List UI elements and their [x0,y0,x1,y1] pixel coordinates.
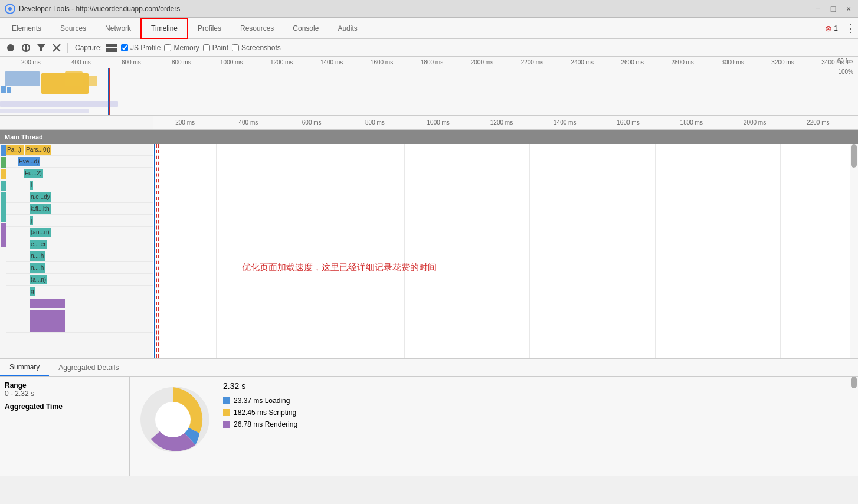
grid-line-4 [404,144,405,358]
track-row-8: (an...n) [6,227,153,238]
svg-rect-8 [106,44,117,47]
tab-bar: Elements Sources Network Timeline Profil… [0,18,858,39]
top-ruler-marks: 200 ms 400 ms 600 ms 800 ms 1000 ms 1200… [0,59,858,66]
toolbar-separator [67,43,68,53]
tab-network[interactable]: Network [96,18,140,39]
left-indicators [0,144,6,358]
error-badge: ⊗ 1 [825,24,838,33]
stop-button[interactable] [20,42,32,54]
track-row-3: Fu...2) [6,168,153,179]
capture-label: Capture: [75,44,102,52]
paint-label: Paint [212,44,228,52]
track-row-5: n.e...dy [6,191,153,203]
legend-label-scripting: 182.45 ms Scripting [234,408,296,417]
ruler-spacer [0,116,153,129]
window-title: Developer Tools - http://vueorder.duapp.… [19,5,180,13]
memory-checkbox[interactable] [164,44,171,51]
tab-aggregated-details[interactable]: Aggregated Details [49,359,128,376]
svg-point-2 [7,44,14,51]
track-row-10: n....h [6,250,153,262]
bottom-tabs: Summary Aggregated Details [0,359,858,377]
paint-checkbox[interactable] [203,44,210,51]
total-time: 2.32 s [223,381,297,391]
overview-bar-loading [5,71,40,86]
tab-console[interactable]: Console [283,18,328,39]
tab-audits[interactable]: Audits [328,18,366,39]
track-row-4: l [6,179,153,191]
tab-profiles[interactable]: Profiles [188,18,231,39]
legend-loading: 23.37 ms Loading [223,397,297,405]
overview-bar-scripting2 [65,71,83,86]
track-row-11: n....h [6,262,153,274]
legend-scripting: 182.45 ms Scripting [223,408,297,417]
record-button[interactable] [5,42,17,54]
timeline-scrollbar[interactable] [850,144,858,358]
v-marker-red-2 [158,144,159,358]
more-options-icon[interactable]: ⋮ [845,22,856,35]
grid-line-10 [780,144,781,358]
tab-elements[interactable]: Elements [2,18,51,39]
legend-color-loading [223,397,230,404]
track-row-2: Eve...d) [6,156,153,168]
timeline-main: 200 ms 400 ms 600 ms 800 ms 1000 ms 1200… [0,116,858,358]
range-value: 0 - 2.32 s [5,390,125,398]
js-profile-checkbox[interactable] [121,44,128,51]
time-ruler-top: 200 ms 400 ms 600 ms 800 ms 1000 ms 1200… [0,57,858,68]
track-row-12: (a...n) [6,274,153,286]
grid-line-2 [279,144,279,358]
memory-label: Memory [173,44,199,52]
annotation-text: 优化页面加载速度，这里已经详细记录花费的时间 [242,262,437,273]
scrollbar-thumb[interactable] [851,144,857,168]
tab-sources[interactable]: Sources [51,18,96,39]
grid-line-8 [655,144,656,358]
timeline-overview[interactable]: 200 ms 400 ms 600 ms 800 ms 1000 ms 1200… [0,57,858,116]
track-canvas[interactable]: 优化页面加载速度，这里已经详细记录花费的时间 [153,144,850,358]
track-label-list: Pa...) Pars...0)) Eve...d) Fu...2) l n.e… [6,144,153,333]
fps-pct: 100% [838,68,853,75]
js-profile-label: JS Profile [130,44,161,52]
time-ruler-main: 200 ms 400 ms 600 ms 800 ms 1000 ms 1200… [0,116,858,130]
clear-button[interactable] [51,42,63,54]
pie-chart-area: 2.32 s 23.37 ms Loading 182.45 ms Script… [130,377,850,476]
legend-label-loading: 23.37 ms Loading [234,397,290,405]
agg-time-label: Aggregated Time [5,402,125,411]
memory-checkbox-group: Memory [164,44,199,52]
close-button[interactable]: × [844,4,853,14]
svg-marker-5 [37,44,45,51]
toolbar: Capture: JS Profile Memory Paint Screens… [0,39,858,57]
maximize-button[interactable]: □ [828,4,838,14]
screenshots-label: Screenshots [241,44,281,52]
pie-chart [135,381,211,458]
view-button[interactable] [106,42,117,54]
chrome-icon [5,4,15,14]
range-label: Range [5,381,125,390]
main-ruler-marks: 200 ms 400 ms 600 ms 800 ms 1000 ms 1200… [153,119,850,126]
thread-header: Main Thread [0,130,858,144]
svg-point-1 [8,7,12,11]
overview-chart[interactable]: 100% [0,68,858,116]
minimize-button[interactable]: − [813,4,823,14]
overview-bar-bottom [0,101,118,107]
v-marker-red-1 [156,144,157,358]
grid-line-11 [843,144,843,358]
overview-bar-bottom2 [0,109,89,113]
tab-timeline[interactable]: Timeline [140,18,188,39]
tab-summary[interactable]: Summary [0,359,49,376]
screenshots-checkbox[interactable] [232,44,239,51]
track-row-1: Pa...) Pars...0)) [6,144,153,156]
overview-bar-small2 [7,87,11,93]
screenshots-checkbox-group: Screenshots [232,44,281,52]
svg-rect-9 [106,48,117,52]
grid-line-3 [342,144,342,358]
chart-legend: 2.32 s 23.37 ms Loading 182.45 ms Script… [223,381,297,432]
fps-label: 60 fps [837,58,853,64]
filter-button[interactable] [35,42,47,54]
overview-blueline [108,68,109,116]
grid-line-5 [467,144,467,358]
tab-resources[interactable]: Resources [231,18,283,39]
bottom-scrollbar-thumb[interactable] [851,377,857,388]
grid-line-6 [529,144,530,358]
legend-color-scripting [223,409,230,416]
bottom-scrollbar[interactable] [850,377,858,476]
track-row-7: j [6,215,153,227]
